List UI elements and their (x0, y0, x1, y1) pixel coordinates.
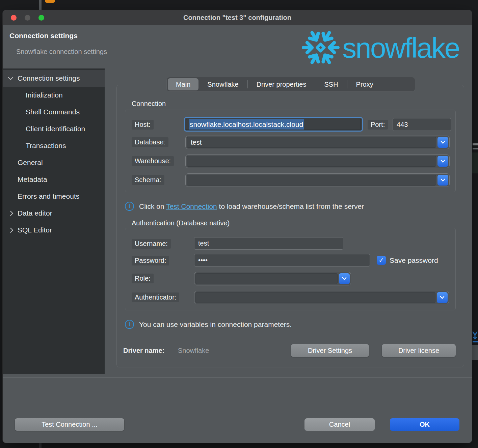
schema-combo-dropdown-button[interactable] (437, 175, 448, 186)
password-input[interactable]: •••• (194, 254, 370, 267)
info-icon: i (125, 202, 134, 211)
driver-name-label: Driver name: (123, 347, 164, 355)
warehouse-combo-dropdown-button[interactable] (437, 156, 448, 167)
minimize-window-button[interactable] (25, 15, 30, 21)
database-label: Database: (132, 137, 168, 147)
role-combo[interactable] (194, 272, 351, 285)
tab-bar: Main Snowflake Driver properties SSH Pro… (166, 77, 415, 92)
database-combo[interactable]: test (185, 136, 450, 149)
close-window-button[interactable] (11, 15, 17, 21)
authenticator-label: Authenticator: (132, 292, 179, 302)
settings-tree: Connection settings Initialization Shell… (3, 68, 105, 374)
connection-configuration-dialog: Connection "test 3" configuration Connec… (3, 10, 472, 443)
database-combo-value[interactable]: test (187, 137, 436, 148)
sidebar-item-client-identification[interactable]: Client identification (3, 120, 105, 137)
authenticator-combo[interactable] (194, 291, 449, 304)
tab-ssh[interactable]: SSH (316, 78, 346, 90)
sidebar-item-errors-and-timeouts[interactable]: Errors and timeouts (3, 188, 105, 205)
role-combo-dropdown-button[interactable] (339, 273, 350, 284)
background-editor-edge (472, 152, 478, 173)
tab-separator (315, 80, 315, 88)
check-icon: ✓ (379, 256, 384, 264)
authenticator-combo-value[interactable] (195, 292, 435, 303)
password-label: Password: (132, 256, 169, 265)
hint-text: Click on Test Connection to load warehou… (139, 202, 364, 211)
save-password-label: Save password (390, 256, 438, 264)
tab-separator (247, 80, 248, 88)
chevron-down-icon (441, 141, 445, 144)
footer-divider (3, 377, 472, 377)
authentication-group-label: Authentication (Database native) (132, 219, 230, 227)
warehouse-combo[interactable] (185, 155, 450, 168)
background-divider (39, 443, 42, 448)
port-label: Port: (368, 120, 388, 130)
background-toolbar-edge (473, 148, 478, 149)
driver-settings-button[interactable]: Driver Settings (291, 344, 369, 357)
connection-group-label: Connection (132, 100, 166, 108)
page-subtitle: Snowflake connection settings (16, 48, 107, 56)
authenticator-combo-dropdown-button[interactable] (437, 292, 448, 303)
role-combo-value[interactable] (195, 273, 338, 284)
background-divider (39, 0, 42, 10)
role-label: Role: (132, 274, 154, 283)
test-connection-button[interactable]: Test Connection ... (15, 418, 124, 431)
username-value: test (198, 240, 209, 247)
warehouse-combo-value[interactable] (187, 156, 436, 167)
password-value: •••• (198, 256, 208, 264)
username-label: Username: (132, 239, 171, 249)
background-app-icon (45, 0, 55, 3)
title-bar[interactable]: Connection "test 3" configuration (3, 10, 472, 25)
sidebar-item-sql-editor[interactable]: SQL Editor (3, 222, 105, 239)
chevron-down-icon[interactable] (8, 75, 14, 80)
port-value: 443 (397, 121, 408, 129)
sidebar-item-initialization[interactable]: Initialization (3, 87, 105, 104)
background-panel-edge (472, 345, 478, 360)
test-connection-hint: i Click on Test Connection to load wareh… (125, 202, 364, 211)
sidebar-item-shell-commands[interactable]: Shell Commands (3, 104, 105, 120)
tab-snowflake[interactable]: Snowflake (199, 78, 246, 90)
zoom-window-button[interactable] (38, 15, 44, 21)
host-input-text-area: snowflake.localhost.localstack.cloud (186, 119, 361, 130)
chevron-down-icon (342, 277, 347, 280)
driver-license-button[interactable]: Driver license (382, 344, 456, 357)
chevron-down-icon (441, 160, 445, 163)
port-input[interactable]: 443 (393, 118, 451, 131)
cancel-button[interactable]: Cancel (304, 418, 375, 431)
sidebar-item-connection-settings[interactable]: Connection settings (3, 70, 105, 87)
test-connection-link[interactable]: Test Connection (166, 202, 217, 210)
driver-divider (121, 336, 461, 336)
background-branch-icon (472, 331, 478, 340)
hint-text: You can use variables in connection para… (139, 320, 292, 329)
save-password-checkbox[interactable]: ✓ (377, 256, 386, 265)
database-combo-dropdown-button[interactable] (437, 137, 448, 148)
sidebar-item-metadata[interactable]: Metadata (3, 171, 105, 188)
background-accent-edge (473, 341, 478, 342)
tab-proxy[interactable]: Proxy (348, 78, 381, 90)
page-title: Connection settings (9, 32, 78, 40)
sidebar-item-data-editor[interactable]: Data editor (3, 205, 105, 222)
window-title: Connection "test 3" configuration (183, 14, 291, 22)
tab-main[interactable]: Main (168, 78, 198, 90)
username-input[interactable]: test (194, 237, 343, 250)
sidebar-item-transactions[interactable]: Transactions (3, 137, 105, 154)
info-icon: i (125, 320, 134, 329)
chevron-down-icon (440, 296, 445, 299)
ok-button[interactable]: OK (390, 418, 459, 431)
warehouse-label: Warehouse: (132, 156, 174, 166)
snowflake-logo-wordmark: snowflake (342, 31, 472, 65)
tab-driver-properties[interactable]: Driver properties (248, 78, 315, 90)
variables-hint: i You can use variables in connection pa… (125, 320, 292, 329)
host-value: snowflake.localhost.localstack.cloud (189, 119, 304, 130)
tab-separator (347, 80, 347, 88)
sidebar-item-general[interactable]: General (3, 154, 105, 171)
background-toolbar-edge (473, 143, 478, 145)
chevron-right-icon[interactable] (8, 228, 14, 233)
driver-name-value: Snowflake (178, 347, 209, 355)
schema-combo-value[interactable] (187, 175, 436, 186)
snowflake-logo-icon (301, 28, 340, 67)
chevron-right-icon[interactable] (8, 211, 14, 216)
schema-label: Schema: (132, 175, 164, 185)
host-label: Host: (132, 120, 154, 130)
schema-combo[interactable] (185, 173, 450, 187)
host-input[interactable]: snowflake.localhost.localstack.cloud (184, 117, 363, 132)
